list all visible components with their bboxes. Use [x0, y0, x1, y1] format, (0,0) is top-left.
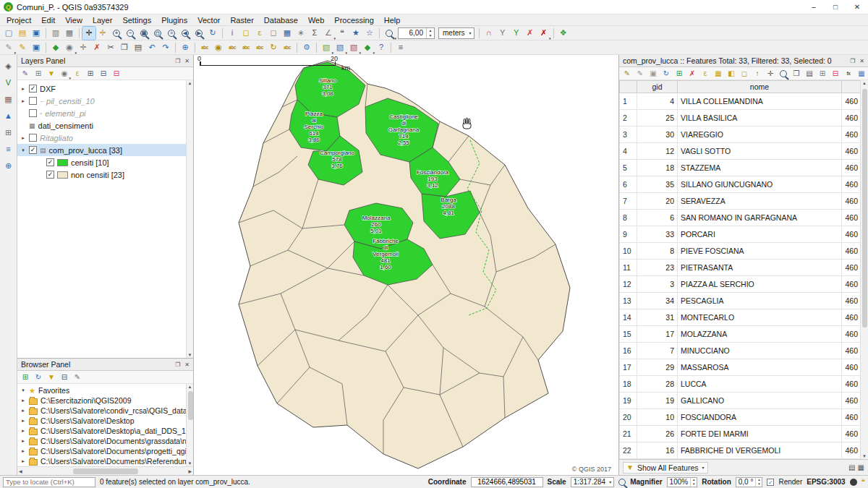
zoom-full-extent-icon[interactable]: ▣ [137, 27, 150, 40]
row-number-cell[interactable]: 14 [620, 309, 637, 326]
browser-item[interactable]: ▸C:\Users\Salvatore\Desktop\a_dati_DDS_1… [17, 426, 193, 436]
nome-cell[interactable]: SILLANO GIUNCUGNANO [678, 176, 842, 193]
row-number-cell[interactable]: 7 [620, 193, 637, 210]
table-delete-field-icon[interactable]: ⊟ [830, 68, 841, 80]
magnifier-spin[interactable]: 100% ▲▼ [667, 477, 698, 487]
menu-project[interactable]: Project [1, 14, 36, 26]
deselect-features-icon[interactable]: ◻ [267, 27, 280, 40]
row-number-cell[interactable]: 9 [620, 226, 637, 243]
nome-cell[interactable]: PIAZZA AL SERCHIO [678, 276, 842, 293]
table-row[interactable]: 1729MASSAROSA460 [620, 359, 861, 376]
legend-item[interactable]: ✓censiti [10] [17, 156, 193, 168]
nome-cell[interactable]: LUCCA [678, 376, 842, 393]
maximize-button[interactable]: □ [825, 0, 846, 14]
layer-checkbox[interactable] [29, 134, 37, 142]
table-row[interactable]: 225VILLA BASILICA460 [620, 110, 861, 127]
table-field-calculator-icon[interactable]: fx [843, 68, 854, 80]
expander-icon[interactable]: ▸ [20, 408, 26, 414]
add-raster-layer-icon[interactable]: ▦ [2, 93, 15, 106]
extra-cell[interactable]: 460 [842, 409, 861, 426]
menu-processing[interactable]: Processing [329, 14, 378, 26]
snap-tolerance-spin[interactable]: 6,00▲▼ [398, 27, 435, 39]
gid-cell[interactable]: 33 [637, 226, 678, 243]
table-paste-icon[interactable]: ▤ [804, 68, 815, 80]
row-number-cell[interactable]: 15 [620, 326, 637, 343]
open-attribute-table-icon[interactable]: ▦ [281, 27, 294, 40]
layer-checkbox[interactable] [29, 97, 37, 105]
table-row[interactable]: 933PORCARI460 [620, 226, 861, 243]
extra-cell[interactable]: 460 [842, 193, 861, 210]
layout-manager-icon[interactable]: ▦ [63, 27, 76, 40]
table-multiedit-icon[interactable]: ✎ [634, 68, 646, 80]
layer-row[interactable]: ◦elementi_pi [17, 107, 193, 119]
table-invert-selection-icon[interactable]: ◧ [726, 68, 737, 80]
clear-extra-icon[interactable]: ✗▾ [537, 27, 550, 40]
row-number-cell[interactable]: 10 [620, 243, 637, 260]
nome-cell[interactable]: FOSCIANDORA [678, 409, 842, 426]
table-select-all-icon[interactable]: ▦ [712, 68, 724, 80]
browser-scrollbar[interactable]: ▲▼ [186, 384, 193, 466]
row-number-cell[interactable]: 13 [620, 293, 637, 309]
locate-input[interactable] [3, 477, 95, 487]
menu-extension-icon[interactable]: ≡ [394, 41, 407, 54]
labeling-highlight-icon[interactable]: abc [239, 41, 252, 54]
row-number-cell[interactable]: 22 [620, 442, 637, 459]
table-add-feature-icon[interactable]: ⊞ [673, 68, 685, 80]
row-number-cell[interactable]: 3 [620, 127, 637, 143]
extra-cell[interactable]: 460 [842, 326, 861, 343]
add-mesh-layer-icon[interactable]: ▲ [2, 109, 15, 122]
extra-cell[interactable]: 460 [842, 226, 861, 243]
row-number-cell[interactable]: 1 [620, 93, 637, 110]
layer-labeling-icon[interactable]: abc [198, 41, 211, 54]
row-number-cell[interactable]: 12 [620, 276, 637, 293]
paste-features-icon[interactable]: ▤ [132, 41, 145, 54]
map-tips-icon[interactable]: ❝ [336, 27, 349, 40]
table-toggle-editing-icon[interactable]: ✎ [621, 68, 633, 80]
gid-cell[interactable]: 26 [637, 426, 678, 442]
measure-line-icon[interactable]: ∠▾ [322, 27, 335, 40]
nome-cell[interactable]: MONTECARLO [678, 309, 842, 326]
row-number-cell[interactable]: 17 [620, 359, 637, 376]
scale-combo[interactable]: 1:317.284 ▾ [571, 477, 615, 487]
extra-cell[interactable]: 460 [842, 426, 861, 442]
copy-features-icon[interactable]: ❐ [118, 41, 131, 54]
table-row[interactable]: 1431MONTECARLO460 [620, 309, 861, 326]
pan-map-icon[interactable]: ✛ [82, 27, 95, 40]
close-panel-icon[interactable]: ✕ [184, 361, 190, 368]
nome-cell[interactable]: PESCAGLIA [678, 293, 842, 309]
table-row[interactable]: 1123PIETRASANTA460 [620, 260, 861, 276]
row-number-cell[interactable]: 4 [620, 143, 637, 160]
nome-cell[interactable]: MOLAZZANA [678, 326, 842, 343]
open-project-icon[interactable]: ▤ [16, 27, 29, 40]
pan-to-selection-icon[interactable]: ✛ [96, 27, 109, 40]
table-pan-selection-icon[interactable]: ✛ [765, 68, 776, 80]
delete-selected-icon[interactable]: ✗ [90, 41, 103, 54]
nome-cell[interactable]: MASSAROSA [678, 359, 842, 376]
current-edits-icon[interactable]: ✎▾ [2, 41, 15, 54]
nome-cell[interactable]: VILLA BASILICA [678, 110, 842, 127]
snapping-toggle-icon[interactable]: ∩ [482, 27, 495, 40]
layer-row[interactable]: ▸∙∙pil_censiti_10 [17, 95, 193, 107]
browser-item[interactable]: ▾★Favorites [17, 385, 193, 395]
browser-refresh-icon[interactable]: ↻ [33, 372, 44, 383]
table-row[interactable]: 14VILLA COLLEMANDINA460 [620, 93, 861, 110]
nome-cell[interactable]: SERAVEZZA [678, 193, 842, 210]
extra-cell[interactable]: 460 [842, 110, 861, 127]
extra-cell[interactable]: 460 [842, 243, 861, 260]
add-vector-layer-icon[interactable]: V [2, 76, 15, 89]
expander-icon[interactable]: ▸ [20, 458, 26, 464]
row-number-cell[interactable]: 20 [620, 409, 637, 426]
nome-cell[interactable]: STAZZEMA [678, 160, 842, 176]
extra-cell[interactable]: 460 [842, 160, 861, 176]
zoom-next-icon[interactable]: ▶ [192, 27, 205, 40]
toggle-editing-icon[interactable]: ✎ [16, 41, 29, 54]
tracing-icon[interactable]: Y [496, 27, 509, 40]
gid-cell[interactable]: 35 [637, 176, 678, 193]
browser-properties-icon[interactable]: ✎ [72, 372, 83, 383]
row-number-cell[interactable]: 18 [620, 376, 637, 393]
row-number-cell[interactable]: 6 [620, 176, 637, 193]
table-row[interactable]: 2010FOSCIANDORA460 [620, 409, 861, 426]
table-row[interactable]: 518STAZZEMA460 [620, 160, 861, 176]
table-reload-icon[interactable]: ↻ [660, 68, 672, 80]
expander-icon[interactable]: ▸ [20, 428, 26, 434]
